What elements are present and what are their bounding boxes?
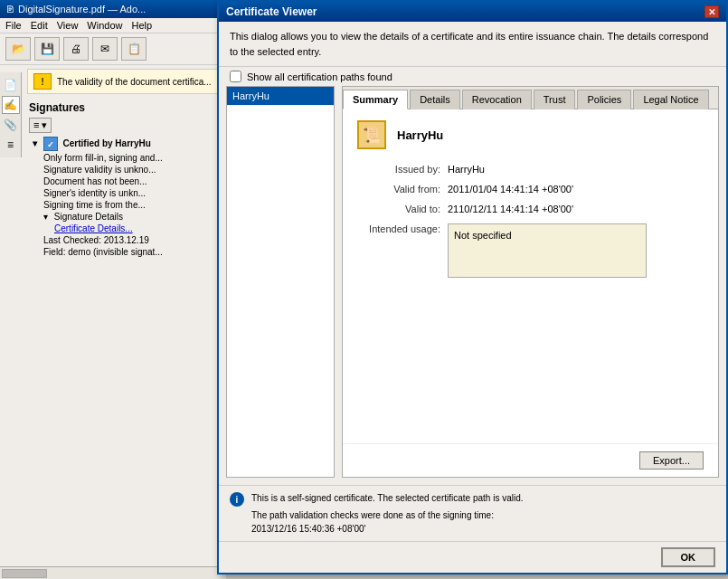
toolbar-btn-save[interactable]: 💾 <box>34 37 60 61</box>
list-item: Signature validity is unkno... <box>43 165 220 175</box>
sig-tree: ▾ ✓ Certified by HarryHu Only form fill-… <box>29 137 220 257</box>
valid-to-row: Valid to: 2110/12/11 14:41:14 +08'00' <box>357 204 704 214</box>
menu-help[interactable]: Help <box>131 20 152 31</box>
signatures-title: Signatures <box>29 101 220 114</box>
app-titlebar: 🖹 DigitalSignature.pdf — Ado... <box>0 0 225 18</box>
tab-revocation[interactable]: Revocation <box>462 90 532 109</box>
toolbar-btn-mail[interactable]: ✉ <box>92 37 118 61</box>
cert-icon-row: 📜 HarryHu <box>357 120 704 149</box>
issued-by-value: HarryHu <box>448 164 485 175</box>
tab-policies[interactable]: Policies <box>577 90 631 109</box>
export-button[interactable]: Export... <box>639 451 704 470</box>
dialog-ok-row: OK <box>219 541 726 573</box>
cert-export-row: Export... <box>343 443 718 477</box>
tab-details[interactable]: Details <box>410 90 460 109</box>
dialog-overlay: Certificate Viewer ✕ This dialog allows … <box>217 0 728 574</box>
toolbar-btn-copy[interactable]: 📋 <box>121 37 147 61</box>
cert-detail-panel: Summary Details Revocation Trust Policie… <box>342 86 719 478</box>
tab-trust[interactable]: Trust <box>534 90 576 109</box>
cert-tabs: Summary Details Revocation Trust Policie… <box>343 87 718 109</box>
dialog-title: Certificate Viewer <box>226 5 317 18</box>
scroll-thumb[interactable] <box>2 569 47 578</box>
dialog-description: This dialog allows you to view the detai… <box>219 22 726 67</box>
panel-options-btn[interactable]: ≡ ▾ <box>29 118 52 133</box>
footer-info-line2: The path validation checks were done as … <box>251 508 524 536</box>
intended-usage-box: Not specified <box>448 223 647 278</box>
show-all-paths-label[interactable]: Show all certification paths found <box>247 71 392 82</box>
dialog-footer-info: i This is a self-signed certificate. The… <box>219 485 726 541</box>
dialog-body: HarryHu Summary Details Revocation <box>219 86 726 485</box>
list-item: Signing time is from the... <box>43 200 220 210</box>
validity-text: The validity of the document certifica..… <box>57 77 212 87</box>
list-item: Last Checked: 2013.12.19 <box>43 235 220 245</box>
valid-from-label: Valid from: <box>357 184 448 195</box>
scrollbar-bottom[interactable] <box>0 566 226 579</box>
list-item: Signer's identity is unkn... <box>43 188 220 198</box>
valid-from-value: 2011/01/04 14:41:14 +08'00' <box>448 184 573 195</box>
cert-name: HarryHu <box>397 128 443 142</box>
dialog-titlebar: Certificate Viewer ✕ <box>219 2 726 22</box>
cert-details-link[interactable]: Certificate Details... <box>54 223 220 233</box>
certificate-viewer-dialog: Certificate Viewer ✕ This dialog allows … <box>217 0 728 574</box>
app-menubar: File Edit View Window Help <box>0 18 225 33</box>
show-paths-row: Show all certification paths found <box>219 67 726 86</box>
list-item: Only form fill-in, signing and... <box>43 153 220 163</box>
panel-toolbar: ≡ ▾ <box>29 118 220 133</box>
sig-details-item: ▾ Signature Details <box>43 212 220 222</box>
warning-icon: ! <box>33 73 52 90</box>
cert-list-item-harryhu[interactable]: HarryHu <box>227 87 334 106</box>
valid-from-row: Valid from: 2011/01/04 14:41:14 +08'00' <box>357 184 704 195</box>
app-window: 🖹 DigitalSignature.pdf — Ado... File Edi… <box>0 0 226 579</box>
dialog-close-button[interactable]: ✕ <box>704 5 719 18</box>
menu-window[interactable]: Window <box>87 20 122 31</box>
nav-icon-layers[interactable]: ≡ <box>2 136 20 154</box>
menu-edit[interactable]: Edit <box>31 20 48 31</box>
nav-icons-left: 📄 ✍ 📎 ≡ <box>0 72 22 157</box>
nav-icon-attachments[interactable]: 📎 <box>2 116 20 134</box>
tab-legal-notice[interactable]: Legal Notice <box>633 90 708 109</box>
signatures-panel: Signatures ≡ ▾ ▾ ✓ Certified by HarryHu … <box>24 98 225 262</box>
ok-button[interactable]: OK <box>661 547 716 567</box>
info-icon: i <box>230 492 244 507</box>
nav-icon-signatures[interactable]: ✍ <box>2 96 20 114</box>
valid-to-label: Valid to: <box>357 204 448 214</box>
list-item: Document has not been... <box>43 176 220 186</box>
toolbar-btn-print[interactable]: 🖨 <box>63 37 89 61</box>
cert-icon: 📜 <box>357 120 386 149</box>
intended-usage-row: Intended usage: Not specified <box>357 223 704 278</box>
app-title: DigitalSignature.pdf — Ado... <box>18 4 146 14</box>
valid-to-value: 2110/12/11 14:41:14 +08'00' <box>448 204 573 214</box>
cert-summary-content: 📜 HarryHu Issued by: HarryHu Valid from:… <box>343 109 718 443</box>
intended-usage-label: Intended usage: <box>357 223 448 234</box>
issued-by-label: Issued by: <box>357 164 448 175</box>
intended-usage-value: Not specified <box>454 230 512 241</box>
menu-view[interactable]: View <box>57 20 79 31</box>
footer-info-text: This is a self-signed certificate. The s… <box>251 491 524 536</box>
validity-bar: ! The validity of the document certifica… <box>27 69 222 94</box>
menu-file[interactable]: File <box>5 20 22 31</box>
show-all-paths-checkbox[interactable] <box>230 71 241 82</box>
sig-tree-certified: ▾ ✓ Certified by HarryHu <box>33 137 220 151</box>
list-item: Field: demo (invisible signat... <box>43 247 220 257</box>
issued-by-row: Issued by: HarryHu <box>357 164 704 175</box>
cert-list-panel: HarryHu <box>226 86 335 478</box>
toolbar-btn-open[interactable]: 📂 <box>5 37 31 61</box>
nav-icon-page[interactable]: 📄 <box>2 76 20 94</box>
app-toolbar: 📂 💾 🖨 ✉ 📋 <box>0 33 225 65</box>
tab-summary[interactable]: Summary <box>343 90 408 109</box>
